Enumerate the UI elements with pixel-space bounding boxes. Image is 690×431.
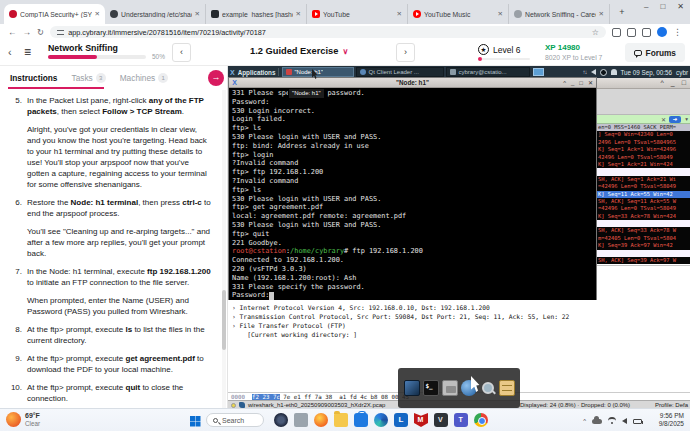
start-button[interactable] bbox=[190, 416, 195, 421]
shade-icon[interactable]: ^ bbox=[563, 78, 566, 88]
wifi-icon[interactable] bbox=[608, 417, 616, 425]
appv-icon[interactable] bbox=[434, 413, 448, 427]
minimize-icon[interactable]: _ bbox=[671, 79, 675, 86]
detail-line[interactable]: › Transmission Control Protocol, Src Por… bbox=[232, 312, 690, 321]
packet-row[interactable]: ] Seq=0 Win=42340 Len=0 bbox=[597, 131, 690, 138]
packet-row[interactable] bbox=[597, 168, 690, 175]
linkedin-icon[interactable] bbox=[394, 413, 408, 427]
detail-line[interactable]: [Current working directory: ] bbox=[232, 330, 690, 339]
packet-row[interactable]: 42496 Len=0 TSval=58049 bbox=[597, 154, 690, 161]
display-icon[interactable] bbox=[404, 380, 420, 396]
packet-row[interactable]: K] Seq=1 Ack=1 Win=42496 bbox=[597, 146, 690, 153]
forward-icon[interactable]: → bbox=[23, 28, 32, 37]
packet-row[interactable] bbox=[597, 220, 690, 227]
close-icon[interactable]: ✕ bbox=[588, 78, 593, 88]
detail-line[interactable]: › Internet Protocol Version 4, Src: 192.… bbox=[232, 303, 690, 312]
bookmark-star-icon[interactable]: ☆ bbox=[592, 28, 599, 37]
window-maximize-button[interactable]: □ bbox=[660, 2, 665, 11]
forums-button[interactable]: Forums bbox=[625, 43, 685, 62]
terminal-icon[interactable] bbox=[423, 380, 439, 396]
drawer-icon[interactable] bbox=[499, 380, 515, 396]
tab-close-icon[interactable]: ✕ bbox=[296, 10, 301, 18]
firefox-icon[interactable] bbox=[314, 413, 328, 427]
url-field[interactable]: app.cybrary.it/immersive/20781516/item/7… bbox=[50, 26, 606, 38]
reload-icon[interactable]: ↻ bbox=[37, 28, 44, 37]
chrome-icon[interactable] bbox=[474, 413, 488, 427]
packet-row[interactable]: K] Seq=11 Ack=55 Win=42 bbox=[597, 191, 690, 198]
packet-row[interactable]: K] Seq=1 Ack=21 Win=424 bbox=[597, 161, 690, 168]
tab-close-icon[interactable]: ✕ bbox=[397, 10, 402, 18]
header-back-icon[interactable]: ‹ bbox=[8, 46, 12, 58]
share-icon[interactable] bbox=[612, 28, 621, 37]
hamburger-icon[interactable]: ≡ bbox=[24, 45, 31, 59]
wireshark-packet-list[interactable]: en=0 MSS=1460 SACK_PERM=] Seq=0 Win=4234… bbox=[597, 124, 690, 265]
vm-window-button[interactable]: Qt Client Leader ... bbox=[356, 67, 444, 77]
tab-close-icon[interactable]: ✕ bbox=[95, 10, 100, 18]
vm-window-button[interactable]: cybrary@cstatio... bbox=[446, 67, 530, 77]
site-settings-icon[interactable] bbox=[57, 30, 64, 35]
vm-clock[interactable]: Tue 09 Sep, 00:56 bbox=[621, 69, 673, 76]
profile-avatar[interactable] bbox=[657, 27, 667, 37]
weather-widget[interactable]: 69°F Clear bbox=[6, 412, 40, 427]
terminal-titlebar[interactable]: X "Node: h1" ^ _ □ ✕ bbox=[229, 78, 596, 88]
maximize-icon[interactable]: □ bbox=[682, 79, 686, 86]
url-text[interactable]: app.cybrary.it/immersive/20781516/item/7… bbox=[68, 28, 588, 37]
minimize-icon[interactable]: _ bbox=[571, 78, 574, 88]
packet-row[interactable]: SH, ACK] Seq=33 Ack=78 W bbox=[597, 227, 690, 234]
packet-row[interactable]: K] Seq=39 Ack=97 Win=42 bbox=[597, 242, 690, 249]
tab-machines[interactable]: Machines1 bbox=[120, 73, 169, 83]
mcafee-icon[interactable] bbox=[414, 413, 428, 427]
store-icon[interactable] bbox=[354, 413, 368, 427]
folder-icon[interactable] bbox=[334, 413, 348, 427]
capture-file-name[interactable]: wireshark_h1-eth0_20250909003503_hXdr2X.… bbox=[248, 401, 385, 408]
bell-icon[interactable] bbox=[611, 69, 617, 75]
terminal-window[interactable]: X "Node: h1" ^ _ □ ✕ 331 Please specify … bbox=[228, 77, 597, 300]
workspace-pager[interactable] bbox=[533, 68, 544, 76]
next-step-arrow-button[interactable]: → bbox=[208, 70, 224, 86]
extensions-icon[interactable] bbox=[627, 28, 636, 37]
tab-close-icon[interactable]: ✕ bbox=[599, 10, 604, 18]
filter-dropdown-icon[interactable]: ▾ bbox=[685, 116, 688, 122]
record-icon[interactable] bbox=[600, 69, 607, 76]
tab-instructions[interactable]: Instructions bbox=[10, 73, 57, 83]
browser-tab[interactable]: Network Sniffing - Career ...✕ bbox=[509, 4, 610, 24]
filemanager-icon[interactable] bbox=[442, 380, 458, 396]
panel-scrollbar[interactable] bbox=[222, 90, 226, 408]
detail-line[interactable]: › File Transfer Protocol (FTP) bbox=[232, 321, 690, 330]
volume-icon[interactable] bbox=[622, 418, 627, 424]
terminal-body[interactable]: 331 Please specify the password.Password… bbox=[229, 88, 596, 300]
tab-close-icon[interactable]: ✕ bbox=[498, 10, 503, 18]
volume-icon[interactable] bbox=[591, 69, 596, 75]
scrollbar-thumb[interactable] bbox=[222, 290, 226, 350]
window-close-button[interactable]: ✕ bbox=[677, 2, 684, 11]
packet-row[interactable]: 2496 Len=0 TSval=5804965 bbox=[597, 139, 690, 146]
packet-row[interactable]: SH, ACK] Seq=1 Ack=21 Wi bbox=[597, 176, 690, 183]
packet-row[interactable]: SH, ACK] Seq=39 Ack=97 W bbox=[597, 257, 690, 264]
packet-row[interactable]: m=42405 Len=0 TSval=5804 bbox=[597, 235, 690, 242]
maximize-icon[interactable]: □ bbox=[579, 78, 583, 88]
browser-tab[interactable]: Understanding /etc/shadow✕ bbox=[105, 4, 206, 24]
taskview-icon[interactable] bbox=[274, 413, 288, 427]
filter-clear-icon[interactable]: ✕ bbox=[661, 116, 666, 123]
vm-window-button[interactable]: "Node: h1" bbox=[282, 67, 354, 77]
packet-row[interactable]: =42496 Len=0 TSval=58049 bbox=[597, 183, 690, 190]
prev-activity-button[interactable]: ‹ bbox=[172, 43, 191, 62]
chevron-up-icon[interactable]: ^ bbox=[583, 418, 586, 424]
filter-apply-button[interactable]: ➔ bbox=[669, 116, 681, 123]
browser-tab[interactable]: CompTIA Security+ (SY0-7...✕ bbox=[4, 4, 105, 24]
applications-menu[interactable]: Applications bbox=[238, 69, 276, 76]
taskbar-clock[interactable]: 9:56 PM 9/8/2025 bbox=[659, 412, 684, 428]
browser-tab[interactable]: YouTube Music✕ bbox=[408, 4, 509, 24]
tab-close-icon[interactable]: ✕ bbox=[195, 10, 200, 18]
browser-menu-icon[interactable]: ⋮ bbox=[673, 27, 682, 37]
next-activity-button[interactable]: › bbox=[396, 43, 415, 62]
window-minimize-button[interactable]: – bbox=[644, 2, 648, 11]
side-panel-icon[interactable] bbox=[642, 28, 651, 37]
packet-row[interactable]: en=0 MSS=1460 SACK_PERM= bbox=[597, 124, 690, 131]
profile-label[interactable]: Profile: Defa bbox=[655, 401, 688, 408]
browser-tab[interactable]: example_hashes [hashcat w...✕ bbox=[206, 4, 307, 24]
packet-row[interactable] bbox=[597, 250, 690, 257]
net-arrows-icon[interactable]: ↑↓ bbox=[583, 69, 587, 75]
search-icon[interactable] bbox=[480, 380, 496, 396]
cloud-icon[interactable] bbox=[592, 419, 602, 424]
